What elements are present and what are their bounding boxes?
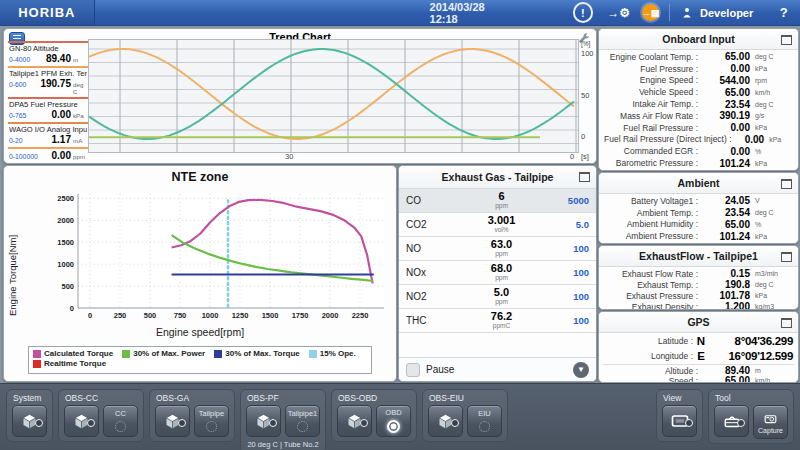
gas-unit: ppmC (452, 323, 551, 330)
settings-transfer-icon[interactable]: →⚙ (607, 4, 630, 21)
table-row: Exhaust Pressure101.78kPa (599, 290, 798, 301)
obs-pf-device-button[interactable] (246, 405, 281, 437)
row-label: Commanded EGR (604, 146, 698, 156)
row-unit: m3/min (750, 270, 793, 277)
maximize-icon[interactable] (781, 318, 792, 328)
channel-range: 0-600 (9, 81, 40, 88)
maximize-icon[interactable] (781, 252, 792, 262)
y-tick-0: 0 (581, 132, 597, 141)
table-row: Exhaust Density1.200kg/m3 (599, 301, 798, 310)
table-row: Vehicle Speed65.00km/h (599, 87, 798, 98)
top-bar: HORIBA 2014/03/28 12:18 ! →⚙ →▤ Develope… (0, 0, 800, 26)
device-group-obs-ga: OBS-GA Tailpipe (149, 389, 235, 442)
svg-text:0: 0 (70, 304, 74, 313)
trend-channel[interactable]: WAGO I/O Analog Input 2 0-201.17mA (8, 122, 88, 147)
group-label: OBS-GA (156, 393, 229, 403)
maximize-icon[interactable] (579, 172, 590, 182)
person-icon (680, 6, 694, 20)
obs-cc-device-button[interactable] (64, 405, 99, 437)
row-label: Fuel Rail Pressure (Direct Inject) (604, 134, 732, 144)
obs-obd-device-button[interactable] (337, 405, 372, 437)
legend-label: 30% of Max. Torque (225, 349, 300, 358)
help-button[interactable]: ? (775, 4, 792, 21)
user-menu[interactable]: Developer (680, 6, 753, 20)
channel-range: 0-100000 (9, 153, 52, 160)
row-label: Engine Coolant Temp. (604, 52, 698, 62)
data-transfer-icon[interactable]: →▤ (642, 4, 659, 21)
pause-checkbox[interactable] (406, 363, 420, 377)
row-label: Longitude (604, 351, 693, 361)
unit-label: OBD (385, 409, 401, 417)
legend-label: 15% Ope. (320, 349, 356, 358)
cc-unit-button[interactable]: CC (103, 405, 138, 437)
trend-channel[interactable]: Tailpipe1 PFM Exh. Temp. 0-600190.75deg … (8, 66, 88, 97)
obs-eiu-device-button[interactable] (428, 405, 463, 437)
table-row: Engine Speed544.00rpm (599, 75, 798, 86)
gas-name: NOx (406, 267, 452, 278)
table-row: Ambient Pressure101.24kPa (599, 231, 798, 242)
table-row: Fuel Rail Pressure0.00kPa (599, 122, 798, 133)
row-label: Mass Air Flow Rate (604, 111, 698, 121)
table-row: Fuel Rail Pressure (Direct Inject)0.00kP… (599, 134, 798, 145)
obs-ga-device-button[interactable] (155, 405, 190, 437)
trend-channel[interactable]: DPA5 Fuel Pressure 0-7650.00kPa (8, 97, 88, 122)
table-row: Intake Air Temp.23.54deg C (599, 99, 798, 110)
tool-group: Tool Capture (708, 389, 794, 444)
exhaust-gas-panel: Exhaust Gas - Tailpipe CO 6ppm 5000 CO2 … (398, 165, 597, 382)
toolbox-button[interactable] (714, 405, 749, 437)
legend-label: Realtime Torque (44, 359, 106, 368)
maximize-icon[interactable] (781, 179, 792, 189)
gas-range: 100 (551, 243, 589, 254)
trend-chart-panel: Trend Chart GN-80 Altitude 0-400089.40m … (3, 28, 597, 164)
svg-text:1000: 1000 (57, 260, 74, 269)
row-label: Exhaust Temp. (604, 280, 698, 290)
gas-value: 68.0 (452, 263, 551, 274)
ambient-panel: Ambient Battery Voltage124.05V Ambient T… (598, 172, 799, 244)
row-label: Exhaust Flow Rate (604, 269, 698, 279)
gas-value: 6 (452, 191, 551, 202)
row-unit: kPa (750, 292, 793, 299)
gear-icon: ⚙ (619, 6, 630, 20)
device-bar: System OBS-CC CC OBS-GA Tailpipe OBS-PF … (0, 383, 800, 450)
row-value: 544.00 (698, 75, 750, 86)
row-value: 101.24 (698, 231, 750, 242)
gas-range: 100 (551, 267, 589, 278)
system-device-button[interactable] (12, 405, 47, 437)
eiu-unit-button[interactable]: EIU (467, 405, 502, 437)
legend-swatch (122, 350, 130, 358)
tailpipe1-unit-button[interactable]: Tailpipe1 (285, 405, 320, 437)
group-label: OBS-PF (247, 393, 320, 403)
obd-unit-button[interactable]: OBD (376, 405, 411, 437)
row-label: Intake Air Temp. (604, 99, 698, 109)
row-unit: km/h (750, 89, 793, 96)
workspace: Trend Chart GN-80 Altitude 0-400089.40m … (0, 25, 800, 383)
capture-button[interactable]: Capture (753, 405, 788, 439)
channel-unit: kPa (71, 112, 87, 119)
row-value: 101.24 (698, 158, 750, 169)
svg-text:2000: 2000 (57, 216, 74, 225)
row-unit: kPa (750, 160, 793, 167)
gas-name: NO (406, 243, 452, 254)
svg-text:0: 0 (88, 311, 92, 320)
trend-channel[interactable]: 0-1000000.00ppm (8, 147, 88, 163)
view-button[interactable] (662, 405, 697, 437)
chevron-down-icon[interactable]: ▼ (573, 362, 589, 378)
gas-range: 5.0 (551, 219, 589, 230)
user-name: Developer (700, 7, 753, 19)
channel-unit: m (71, 56, 87, 63)
table-row: Mass Air Flow Rate390.19g/s (599, 110, 798, 121)
trend-channel[interactable]: GN-80 Altitude 0-400089.40m (8, 41, 88, 66)
row-unit: kPa (750, 124, 793, 131)
device-group-obs-obd: OBS-OBD OBD (331, 389, 417, 442)
group-label: OBS-CC (65, 393, 138, 403)
channel-range: 0-20 (9, 137, 52, 144)
row-value: 101.78 (698, 290, 750, 301)
exhaust-flow-panel: ExhaustFlow - Tailpipe1 Exhaust Flow Rat… (598, 245, 799, 310)
tailpipe-unit-button[interactable]: Tailpipe (194, 405, 229, 437)
lon-value: 16°09'12.599 (709, 350, 793, 362)
alert-icon[interactable]: ! (573, 2, 594, 23)
longitude-row: Longitude E 16°09'12.599 (599, 348, 798, 363)
row-unit: kPa (750, 65, 793, 72)
group-label: OBS-OBD (338, 393, 411, 403)
maximize-icon[interactable] (781, 35, 792, 45)
